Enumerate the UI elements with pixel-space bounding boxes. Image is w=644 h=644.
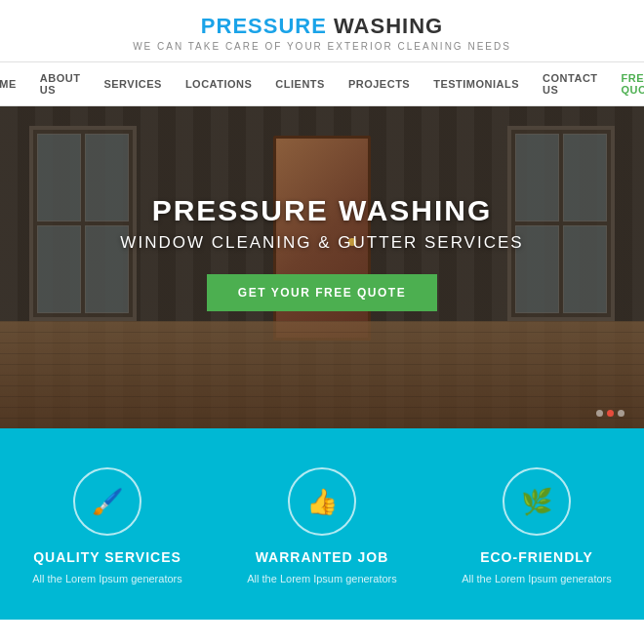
title-pressure: PRESSURE — [201, 14, 327, 38]
features-section: 🖌️ QUALITY SERVICES All the Lorem Ipsum … — [0, 428, 644, 620]
slider-dot-3[interactable] — [618, 410, 624, 417]
nav-contact[interactable]: CONTACT US — [531, 62, 609, 105]
site-tagline: WE CAN TAKE CARE OF YOUR EXTERIOR CLEANI… — [0, 41, 644, 52]
feature-warranted: 👍 WARRANTED JOB All the Lorem Ipsum gene… — [224, 467, 420, 584]
feature-eco: 🌿 ECO-FRIENDLY All the Lorem Ipsum gener… — [439, 467, 634, 584]
slider-dot-2[interactable] — [607, 410, 614, 417]
nav-about[interactable]: ABOUT US — [28, 62, 93, 105]
deck-floor — [0, 321, 644, 428]
hero-subtitle: WINDOW CLEANING & GUTTER SERVICES — [120, 233, 523, 253]
title-washing: WASHING — [327, 14, 443, 38]
nav-projects[interactable]: PROJECTS — [337, 68, 422, 100]
feature-eco-title: ECO-FRIENDLY — [439, 549, 634, 565]
hero-section: PRESSURE WASHING WINDOW CLEANING & GUTTE… — [0, 106, 644, 428]
site-header: PRESSURE WASHING WE CAN TAKE CARE OF YOU… — [0, 0, 644, 62]
hero-cta-button[interactable]: GET YOUR FREE QUOTE — [207, 274, 437, 311]
feature-warranted-icon-wrap: 👍 — [288, 467, 356, 536]
feature-quality-title: QUALITY SERVICES — [10, 549, 205, 565]
slider-dot-1[interactable] — [596, 410, 603, 417]
feature-quality-icon-wrap: 🖌️ — [73, 467, 141, 536]
site-title: PRESSURE WASHING — [0, 14, 644, 39]
thumbsup-icon: 👍 — [306, 487, 338, 517]
main-nav: HOME ABOUT US SERVICES LOCATIONS CLIENTS… — [0, 62, 644, 106]
feature-quality: 🖌️ QUALITY SERVICES All the Lorem Ipsum … — [10, 467, 205, 584]
feature-eco-desc: All the Lorem Ipsum generators — [439, 573, 634, 584]
leaf-icon: 🌿 — [521, 487, 552, 517]
feature-warranted-desc: All the Lorem Ipsum generators — [224, 573, 420, 584]
nav-locations[interactable]: LOCATIONS — [174, 68, 263, 100]
nav-services[interactable]: SERVICES — [92, 68, 173, 100]
feature-eco-icon-wrap: 🌿 — [503, 467, 571, 536]
nav-testimonials[interactable]: TESTIMONIALS — [422, 68, 531, 100]
nav-clients[interactable]: CLIENTS — [263, 68, 337, 100]
brush-icon: 🖌️ — [92, 487, 123, 517]
feature-warranted-title: WARRANTED JOB — [224, 549, 420, 565]
hero-title: PRESSURE WASHING — [120, 194, 523, 227]
feature-quality-desc: All the Lorem Ipsum generators — [10, 573, 205, 584]
nav-free-quote[interactable]: FREE QUOTE — [610, 62, 644, 105]
slider-dots — [596, 410, 624, 417]
hero-content: PRESSURE WASHING WINDOW CLEANING & GUTTE… — [120, 194, 523, 311]
nav-home[interactable]: HOME — [0, 68, 28, 100]
